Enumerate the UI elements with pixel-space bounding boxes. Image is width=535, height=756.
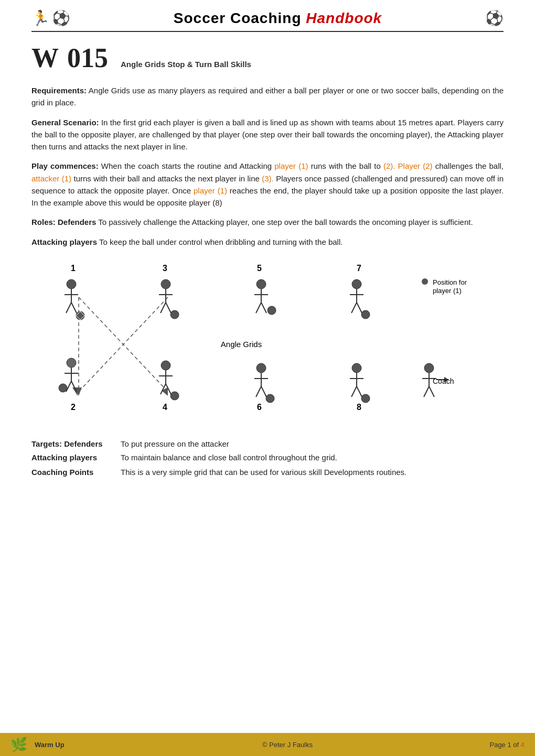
play-text-2: runs with the ball to bbox=[308, 161, 383, 170]
play-paragraph: Play commences: When the coach starts th… bbox=[31, 160, 504, 209]
play-text-1: When the coach starts the routine and At… bbox=[99, 161, 275, 170]
svg-text:2: 2 bbox=[71, 403, 76, 412]
header-title: Soccer Coaching Handbook bbox=[80, 10, 476, 27]
svg-text:4: 4 bbox=[163, 403, 167, 412]
svg-point-15 bbox=[67, 279, 76, 289]
play-text-4: turns with their ball and attacks the ne… bbox=[71, 174, 262, 183]
header-icon-ball-left: ⚽ bbox=[52, 9, 70, 27]
requirements-text: Angle Grids use as many players as requi… bbox=[31, 86, 504, 107]
targets-defenders-row: Targets: Defenders To put pressure on th… bbox=[31, 438, 504, 450]
general-paragraph: General Scenario: In the first grid each… bbox=[31, 116, 504, 153]
targets-attacking-label: Attacking players bbox=[31, 451, 121, 464]
roles-paragraph: Roles: Defenders To passively challenge … bbox=[31, 216, 504, 228]
svg-text:Angle Grids: Angle Grids bbox=[221, 340, 262, 349]
svg-text:5: 5 bbox=[257, 264, 262, 273]
footer-page: Page 1 of 4 bbox=[489, 741, 525, 749]
general-text: In the first grid each player is given a… bbox=[31, 118, 504, 152]
requirements-label: Requirements: bbox=[31, 86, 87, 95]
targets-attacking-text: To maintain balance and close ball contr… bbox=[121, 451, 504, 464]
svg-point-20 bbox=[76, 311, 84, 320]
doc-w-label: W bbox=[31, 45, 59, 72]
svg-point-60 bbox=[361, 310, 370, 319]
svg-text:Coach: Coach bbox=[433, 377, 454, 385]
footer-icon: 🌿 bbox=[10, 737, 27, 753]
targets-attacking-row: Attacking players To maintain balance an… bbox=[31, 451, 504, 464]
attacking-text: To keep the ball under control when drib… bbox=[97, 237, 343, 246]
footer-copyright: © Peter J Faulks bbox=[85, 741, 490, 749]
play-player3: (3). bbox=[262, 174, 274, 183]
doc-subtitle: Angle Grids Stop & Turn Ball Skills bbox=[116, 60, 251, 69]
header-icon-ball-right: ⚽ bbox=[485, 9, 504, 27]
attacking-label: Attacking players bbox=[31, 237, 97, 246]
coaching-points-text: This is a very simple grid that can be u… bbox=[121, 466, 504, 479]
diagram-svg-wrap: 1 2 3 4 5 6 7 8 bbox=[31, 255, 504, 428]
svg-text:8: 8 bbox=[357, 403, 361, 412]
svg-point-42 bbox=[170, 392, 179, 400]
svg-point-71 bbox=[424, 363, 434, 373]
doc-num-label: 015 bbox=[67, 45, 108, 72]
svg-point-37 bbox=[161, 361, 170, 370]
header-icon-right: ⚽ bbox=[485, 9, 504, 27]
play-attacker1: attacker (1) bbox=[31, 174, 71, 183]
svg-point-30 bbox=[59, 384, 67, 392]
svg-point-67 bbox=[422, 278, 428, 285]
header-icons-left: 🏃 ⚽ bbox=[31, 9, 70, 27]
svg-point-49 bbox=[256, 363, 266, 373]
page-header: 🏃 ⚽ Soccer Coaching Handbook ⚽ bbox=[31, 0, 504, 32]
play-text-3: challenges the ball, bbox=[433, 161, 504, 170]
coaching-points-label: Coaching Points bbox=[31, 466, 121, 479]
svg-text:1: 1 bbox=[71, 264, 76, 273]
general-label: General Scenario: bbox=[31, 118, 99, 127]
svg-text:player (1): player (1) bbox=[433, 287, 462, 295]
play-player4: player (1) bbox=[194, 186, 227, 195]
body-text: Requirements: Angle Grids use as many pl… bbox=[31, 84, 504, 248]
svg-point-48 bbox=[268, 306, 276, 315]
doc-title-row: W 015 Angle Grids Stop & Turn Ball Skill… bbox=[31, 37, 504, 75]
targets-defenders-label: Targets: Defenders bbox=[31, 438, 121, 450]
svg-point-25 bbox=[67, 358, 76, 368]
coaching-points-row: Coaching Points This is a very simple gr… bbox=[31, 466, 504, 479]
attacking-paragraph: Attacking players To keep the ball under… bbox=[31, 236, 504, 248]
targets-section: Targets: Defenders To put pressure on th… bbox=[31, 438, 504, 479]
drill-diagram: 1 2 3 4 5 6 7 8 bbox=[42, 255, 493, 428]
svg-point-66 bbox=[361, 394, 370, 403]
play-player1: player (1) bbox=[274, 161, 308, 170]
footer-warmup-label: Warm Up bbox=[35, 741, 65, 749]
svg-point-43 bbox=[256, 279, 266, 289]
play-player2: (2). Player (2) bbox=[383, 161, 433, 170]
svg-text:Position for: Position for bbox=[433, 278, 467, 286]
svg-text:3: 3 bbox=[163, 264, 167, 273]
svg-point-54 bbox=[266, 394, 274, 403]
play-label: Play commences: bbox=[31, 161, 99, 170]
targets-defenders-text: To put pressure on the attacker bbox=[121, 438, 504, 450]
roles-text: To passively challenge the Attacking pla… bbox=[96, 218, 473, 226]
diagram-area: 1 2 3 4 5 6 7 8 bbox=[31, 255, 504, 428]
svg-point-31 bbox=[161, 279, 170, 289]
page-footer: 🌿 Warm Up © Peter J Faulks Page 1 of 4 bbox=[0, 733, 535, 756]
svg-point-61 bbox=[352, 363, 361, 373]
svg-text:6: 6 bbox=[257, 403, 262, 412]
svg-text:7: 7 bbox=[357, 264, 361, 273]
svg-point-36 bbox=[170, 310, 179, 319]
requirements-paragraph: Requirements: Angle Grids use as many pl… bbox=[31, 84, 504, 109]
roles-label: Roles: Defenders bbox=[31, 218, 96, 226]
header-icon-player-left: 🏃 bbox=[31, 9, 50, 27]
svg-point-55 bbox=[352, 279, 361, 289]
